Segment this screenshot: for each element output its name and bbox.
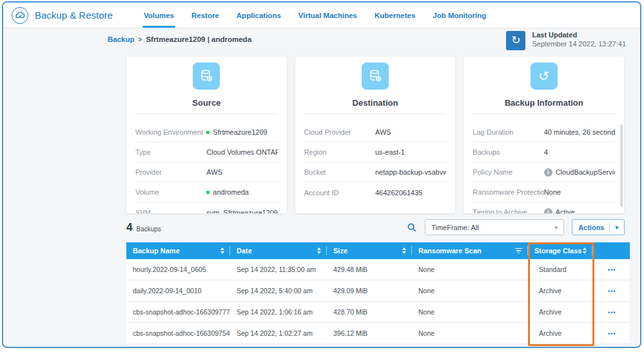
refresh-button[interactable]: ↻ (506, 31, 525, 50)
card-row: Working Environment Sfrtmeazure1209 (135, 122, 278, 142)
working-environment-value: Sfrtmeazure1209 (213, 128, 267, 136)
actions-label: Actions (578, 224, 604, 231)
cell-storage-class: Standard (528, 266, 592, 273)
info-icon: i (544, 168, 552, 177)
tab-job-monitoring[interactable]: Job Monitoring (433, 3, 486, 28)
row-label: Provider (135, 168, 206, 176)
cloud-provider-value: AWS (375, 128, 391, 136)
timeframe-value: TimeFrame: All (431, 224, 479, 231)
column-label: Storage Class (534, 247, 581, 255)
timeframe-select[interactable]: TimeFrame: All ▾ (425, 219, 564, 235)
filter-icon[interactable] (515, 248, 522, 254)
row-more-menu-button[interactable]: ••• (599, 267, 616, 273)
tab-restore[interactable]: Restore (191, 3, 219, 28)
row-label: Region (304, 148, 375, 156)
row-label: SVM (135, 209, 206, 214)
status-green-dot-icon (206, 191, 210, 194)
info-icon: i (544, 208, 552, 214)
row-value: andromeda (206, 188, 249, 196)
bucket-value: netapp-backup-vsabvw... (375, 168, 446, 176)
table-row[interactable]: cbs-snapshot-adhoc-1663097776861 Sep 14 … (126, 302, 630, 323)
row-label: Backups (473, 148, 543, 156)
column-header-actions (592, 242, 630, 259)
row-label: Lag Duration (473, 128, 543, 136)
cell-ransomware-scan: None (412, 329, 528, 337)
card-row: Provider AWS (135, 162, 278, 182)
breadcrumb-chevron-icon: > (139, 36, 142, 43)
row-label: Account ID (304, 189, 375, 197)
sort-icon[interactable] (220, 247, 224, 254)
card-row: Cloud Provider AWS (304, 122, 447, 142)
database-arrow-icon (193, 63, 220, 90)
column-header-size[interactable]: Size (327, 242, 412, 259)
sort-icon[interactable] (317, 247, 321, 254)
breadcrumb-backup-link[interactable]: Backup (108, 35, 135, 43)
column-header-ransomware-scan[interactable]: Ransomware Scan (412, 242, 528, 259)
account-id-value: 464262061435 (375, 189, 422, 197)
source-card-title: Source (135, 98, 278, 114)
tab-virtual-machines[interactable]: Virtual Machines (298, 3, 357, 28)
card-row: Volume andromeda (135, 182, 278, 202)
column-header-storage-class[interactable]: Storage Class (528, 242, 592, 259)
backups-table: Backup Name Date Size Ransomware Scan St… (126, 242, 630, 344)
app-title: Backup & Restore (35, 10, 113, 21)
row-more-menu-button[interactable]: ••• (599, 331, 616, 337)
backup-information-card-title: Backup Information (473, 98, 615, 114)
table-header-row: Backup Name Date Size Ransomware Scan St… (126, 242, 630, 259)
tab-kubernetes[interactable]: Kubernetes (375, 3, 415, 28)
last-updated-block: ↻ Last Updated September 14 2022, 13:27:… (506, 31, 626, 50)
cell-size: 428.70 MiB (327, 308, 412, 316)
cell-ransomware-scan: None (412, 308, 528, 316)
column-label: Date (237, 247, 252, 255)
cell-date: Sep 14 2022, 1:02:27 am (230, 329, 327, 337)
tiering-to-archive-value: Active (556, 208, 575, 213)
column-header-backup-name[interactable]: Backup Name (126, 242, 230, 259)
cell-ransomware-scan: None (412, 287, 528, 295)
card-row: Policy Name i CloudBackupService... (473, 162, 615, 182)
cell-storage-class: Archive (528, 329, 592, 337)
sort-icon[interactable] (583, 247, 587, 254)
card-row: Backups 4 (473, 142, 615, 162)
row-value: i CloudBackupService... (544, 168, 615, 177)
region-value: us-east-1 (375, 148, 405, 156)
row-label: Ransomware Protection (473, 188, 543, 196)
backups-count-label: Backups (136, 226, 161, 233)
backups-count: 4 (126, 221, 132, 234)
table-row[interactable]: daily.2022-09-14_0010 Sep 14 2022, 5:40:… (126, 280, 630, 302)
row-label: Volume (135, 188, 206, 196)
column-label: Ransomware Scan (418, 247, 482, 255)
lag-duration-value: 40 minutes, 26 seconds... (544, 128, 615, 136)
backups-list-header: 4 Backups TimeFrame: All ▾ Actions ▾ (126, 219, 630, 235)
tab-volumes[interactable]: Volumes (144, 3, 174, 28)
cloud-logo-icon (12, 7, 28, 24)
row-value: i Active (544, 208, 575, 214)
row-label: Bucket (304, 168, 375, 176)
actions-button[interactable]: Actions ▾ (572, 219, 625, 235)
sort-icon[interactable] (402, 247, 406, 254)
destination-card: Destination Cloud Provider AWS Region us… (295, 57, 456, 213)
chevron-down-icon: ▾ (555, 224, 558, 231)
search-button[interactable] (407, 222, 417, 233)
cell-date: Sep 14 2022, 5:40:00 am (230, 287, 327, 295)
table-row[interactable]: cbs-snapshot-adhoc-1663097547296 Sep 14 … (126, 323, 630, 344)
last-updated-timestamp: September 14 2022, 13:27:41 (532, 40, 626, 48)
cell-backup-name: cbs-snapshot-adhoc-1663097547296 (126, 329, 230, 337)
ellipsis-icon: ••• (608, 267, 616, 273)
app-window: Backup & Restore Volumes Restore Applica… (2, 1, 641, 348)
ellipsis-icon: ••• (608, 331, 616, 337)
cell-date: Sep 14 2022, 1:06:16 am (230, 308, 327, 316)
last-updated-label: Last Updated (532, 31, 626, 39)
row-more-menu-button[interactable]: ••• (599, 288, 616, 295)
svm-value: svm_Sfrtmeazure1209 (206, 209, 277, 214)
row-value: Sfrtmeazure1209 (206, 128, 267, 136)
cell-backup-name: cbs-snapshot-adhoc-1663097776861 (126, 308, 230, 316)
chevron-down-icon: ▾ (615, 224, 618, 231)
row-more-menu-button[interactable]: ••• (599, 309, 616, 316)
cell-backup-name: daily.2022-09-14_0010 (126, 287, 230, 295)
tab-applications[interactable]: Applications (237, 3, 281, 28)
provider-value: AWS (206, 168, 222, 176)
column-label: Size (333, 247, 347, 255)
column-header-date[interactable]: Date (230, 242, 327, 259)
card-scrollbar[interactable] (620, 124, 623, 207)
table-row[interactable]: hourly.2022-09-14_0605 Sep 14 2022, 11:3… (126, 259, 630, 280)
